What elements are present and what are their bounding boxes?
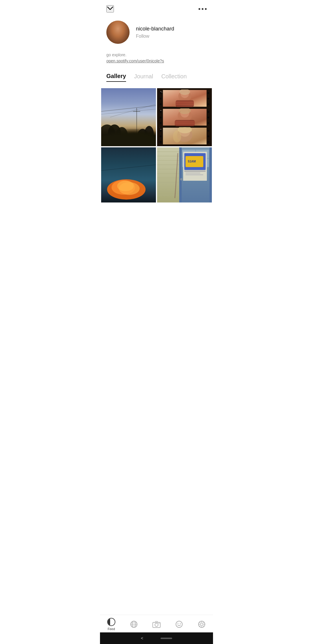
svg-rect-85 <box>185 174 203 175</box>
dot-1 <box>199 8 200 10</box>
bio-section: go explore. open.spotify.com/user/0nicol… <box>100 47 213 66</box>
film-frame-2 <box>159 108 210 126</box>
follow-button[interactable]: Follow <box>136 34 174 39</box>
svg-point-36 <box>160 111 161 113</box>
svg-point-53 <box>208 141 209 143</box>
username: nicole-blanchard <box>136 26 174 32</box>
camera-icon-wrap <box>152 620 161 628</box>
nav-item-feed[interactable]: Feed <box>107 618 115 631</box>
svg-text:▲: ▲ <box>161 91 163 93</box>
profile-info: nicole-blanchard Follow <box>136 26 174 39</box>
svg-rect-74 <box>210 147 212 202</box>
film-frame-1: ▲ <box>159 89 210 107</box>
svg-point-10 <box>137 129 148 143</box>
android-nav-bar: < <box>100 632 213 644</box>
bio-text: go explore. <box>106 53 207 57</box>
svg-rect-20 <box>176 104 194 104</box>
gallery-item-3[interactable] <box>101 147 156 202</box>
svg-point-11 <box>144 126 154 142</box>
svg-point-40 <box>208 117 209 118</box>
svg-point-51 <box>208 130 209 132</box>
bottom-nav: Feed <box>100 615 213 632</box>
dot-2 <box>202 8 203 10</box>
gallery-item-1[interactable] <box>101 88 156 146</box>
nav-item-explore[interactable] <box>130 620 138 628</box>
svg-point-1 <box>101 124 115 145</box>
feed-label: Feed <box>108 627 115 631</box>
back-button[interactable]: < <box>141 636 143 641</box>
svg-rect-72 <box>179 147 212 202</box>
svg-point-23 <box>160 103 161 105</box>
svg-line-105 <box>203 625 204 627</box>
svg-point-99 <box>201 623 203 625</box>
svg-rect-19 <box>176 102 194 103</box>
svg-point-26 <box>208 103 209 105</box>
svg-rect-75 <box>182 150 209 167</box>
svg-rect-73 <box>179 147 182 202</box>
svg-rect-0 <box>101 88 156 146</box>
svg-point-24 <box>208 92 209 94</box>
svg-rect-80 <box>184 153 206 170</box>
gallery-image-1 <box>101 88 156 146</box>
powerline-svg <box>101 88 156 146</box>
smiley-icon <box>175 620 183 628</box>
svg-point-25 <box>208 98 209 100</box>
tab-gallery[interactable]: Gallery <box>106 73 126 82</box>
svg-point-49 <box>160 135 161 137</box>
gallery-item-4[interactable]: 51AM <box>157 147 212 202</box>
tabs-container: Gallery Journal Collection <box>100 66 213 82</box>
svg-line-55 <box>101 165 156 171</box>
svg-point-41 <box>208 122 209 124</box>
gallery-image-3 <box>101 147 156 202</box>
svg-line-107 <box>200 625 201 627</box>
svg-rect-12 <box>132 135 156 146</box>
svg-point-37 <box>160 117 161 118</box>
avatar[interactable] <box>106 21 130 44</box>
svg-point-93 <box>155 623 158 626</box>
wheel-icon <box>198 620 206 628</box>
svg-line-5 <box>101 106 156 111</box>
more-options-button[interactable] <box>199 8 207 10</box>
svg-point-22 <box>160 98 161 100</box>
profile-section: nicole-blanchard Follow <box>100 15 213 47</box>
svg-line-6 <box>101 109 156 114</box>
svg-line-104 <box>200 622 201 623</box>
svg-point-95 <box>176 621 182 627</box>
svg-point-86 <box>180 178 183 180</box>
svg-line-106 <box>203 622 204 623</box>
svg-rect-79 <box>183 152 207 181</box>
svg-rect-78 <box>183 152 207 181</box>
nav-item-settings[interactable] <box>198 620 206 628</box>
svg-rect-84 <box>185 173 200 173</box>
gallery-image-4: 51AM <box>157 147 212 202</box>
gallery-item-2[interactable]: ▲ <box>157 88 212 146</box>
svg-rect-60 <box>157 147 181 202</box>
nav-item-smile[interactable] <box>175 620 183 628</box>
svg-point-52 <box>208 135 209 137</box>
svg-point-3 <box>116 127 128 143</box>
split-circle-icon <box>107 618 115 626</box>
nav-item-camera[interactable] <box>152 620 161 628</box>
svg-text:51AM: 51AM <box>188 160 196 163</box>
svg-line-9 <box>110 104 156 117</box>
svg-rect-83 <box>184 171 206 172</box>
svg-rect-35 <box>175 123 195 124</box>
dot-3 <box>205 8 207 10</box>
svg-point-97 <box>180 623 181 624</box>
svg-point-48 <box>160 130 161 132</box>
wheel-icon-wrap <box>198 620 206 628</box>
svg-point-39 <box>208 111 209 113</box>
chevron-down-button[interactable] <box>106 5 114 12</box>
svg-point-50 <box>160 141 161 143</box>
svg-rect-4 <box>103 134 126 146</box>
bio-link[interactable]: open.spotify.com/user/0nicole?s <box>106 59 164 63</box>
home-pill[interactable] <box>161 638 172 639</box>
svg-rect-81 <box>185 156 203 167</box>
svg-point-96 <box>178 623 179 624</box>
svg-point-38 <box>160 122 161 124</box>
tab-collection[interactable]: Collection <box>161 73 187 82</box>
svg-rect-33 <box>175 120 195 126</box>
tab-journal[interactable]: Journal <box>134 73 153 82</box>
svg-point-47 <box>173 130 181 143</box>
svg-point-94 <box>159 623 159 624</box>
